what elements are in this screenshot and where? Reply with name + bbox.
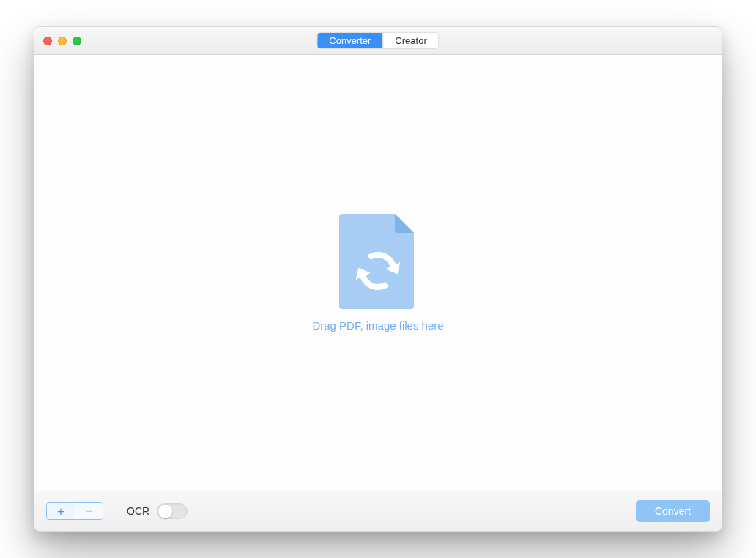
minimize-window-button[interactable]	[58, 37, 67, 45]
drop-hint-text: Drag PDF, image files here	[312, 319, 443, 332]
ocr-label: OCR	[127, 505, 149, 517]
remove-file-button[interactable]: −	[75, 503, 103, 519]
mode-segmented-control: Converter Creator	[317, 33, 438, 48]
tab-creator[interactable]: Creator	[382, 33, 438, 48]
add-file-button[interactable]: +	[47, 503, 75, 519]
titlebar: Converter Creator	[34, 27, 722, 55]
close-window-button[interactable]	[43, 37, 52, 45]
toggle-knob-icon	[158, 505, 172, 518]
app-window: Converter Creator Drag PDF, imag	[34, 26, 722, 532]
bottom-toolbar: + − OCR Convert	[34, 491, 722, 531]
convert-file-icon	[339, 214, 417, 309]
content-area: Drag PDF, image files here	[34, 55, 722, 491]
file-add-remove-stepper: + −	[46, 502, 103, 520]
window-controls	[43, 37, 81, 45]
ocr-toggle[interactable]	[157, 503, 188, 519]
zoom-window-button[interactable]	[73, 37, 81, 45]
ocr-group: OCR	[127, 503, 188, 519]
file-drop-zone[interactable]: Drag PDF, image files here	[312, 214, 443, 332]
convert-button[interactable]: Convert	[636, 500, 710, 522]
tab-converter[interactable]: Converter	[317, 33, 382, 48]
